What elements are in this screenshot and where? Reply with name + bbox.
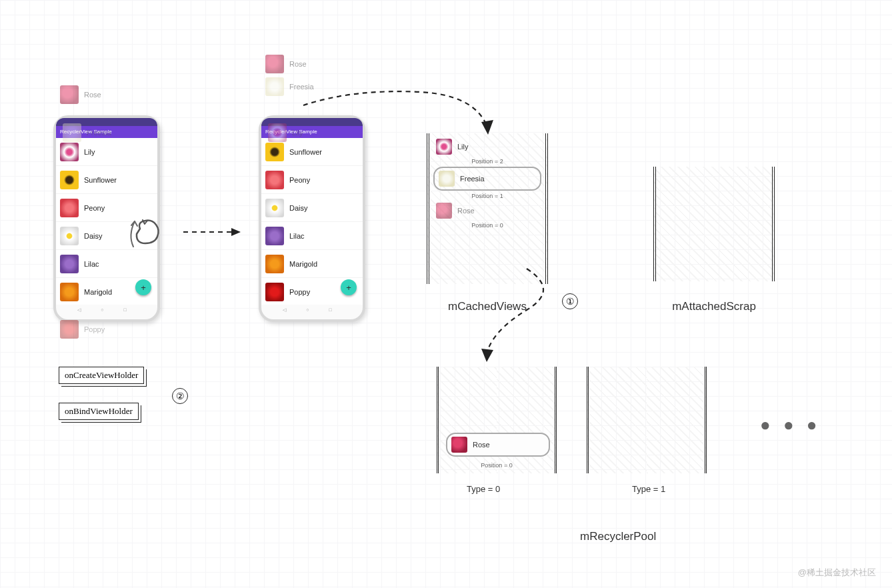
cached-item: Lily (432, 137, 543, 156)
sunflower-icon (60, 171, 79, 189)
cached-label: Freesia (460, 175, 485, 183)
lily-icon (436, 139, 452, 155)
marigold-icon (60, 283, 79, 301)
phone-after: Lily RecyclerView Sample Sunflower Peony… (259, 115, 365, 322)
item-label: Sunflower (84, 176, 117, 184)
list-item[interactable]: Daisy (261, 194, 363, 222)
freesia-icon (63, 123, 81, 142)
lily-icon (268, 123, 287, 142)
item-label: Daisy (289, 204, 308, 212)
list-item[interactable]: Sunflower (56, 166, 157, 194)
cached-item-highlight: Freesia (433, 167, 541, 191)
sunflower-icon (265, 143, 284, 161)
type-0-label: Type = 0 (467, 484, 500, 494)
watermark: @稀土掘金技术社区 (798, 567, 876, 579)
position-label: Position = 0 (432, 222, 543, 229)
plus-icon: + (141, 283, 146, 293)
list-item[interactable]: Lilac (261, 222, 363, 250)
rose-icon (60, 85, 79, 104)
rose-icon (436, 203, 452, 219)
peek-row: Rose (265, 55, 314, 73)
pool-type-0: Rose Position = 0 (437, 367, 557, 473)
plus-icon: + (346, 283, 351, 293)
position-label: Position = 2 (432, 158, 543, 165)
poppy-icon (265, 283, 284, 301)
swipe-gesture-icon (120, 212, 167, 259)
svg-marker-2 (481, 120, 493, 135)
lilac-icon (265, 227, 284, 245)
pool-type-1 (587, 367, 707, 476)
item-label: Peony (84, 204, 105, 212)
item-label: Peony (289, 176, 310, 184)
daisy-icon (265, 199, 284, 217)
item-label: Lily (84, 148, 95, 156)
list-item[interactable]: Lily (56, 138, 157, 166)
peek-row: Poppy (60, 320, 105, 339)
mattachedscrap-label: mAttachedScrap (653, 300, 775, 313)
marigold-icon (265, 255, 284, 273)
rose-icon (451, 437, 467, 453)
peek-row: Rose (60, 85, 101, 104)
mattachedscrap-box (653, 167, 775, 281)
cached-label: Lily (457, 143, 469, 151)
peony-icon (60, 199, 79, 217)
nav-bar: ◁ ○ □ (56, 307, 157, 313)
item-label: Daisy (84, 232, 103, 240)
marker-2: ② (172, 388, 188, 404)
phone1-peek: Rose (60, 85, 101, 108)
peek-label: Poppy (84, 325, 105, 333)
arrow-scroll (183, 225, 243, 239)
onbind-callout: onBindViewHolder (59, 403, 139, 420)
svg-marker-1 (231, 228, 241, 236)
pool-label: Rose (473, 441, 490, 449)
oncreate-callout: onCreateViewHolder (59, 367, 144, 384)
position-label: Position = 0 (437, 462, 557, 469)
item-label: Lilac (289, 232, 305, 240)
arrow-to-pool (460, 263, 573, 363)
lily-icon (60, 143, 79, 161)
nav-bar: ◁ ○ □ (261, 307, 363, 313)
item-label: Poppy (289, 288, 310, 296)
mrecyclerpool-label: mRecyclerPool (580, 530, 656, 543)
peek-row: Lily (268, 123, 303, 142)
peek-row: Freesia (63, 123, 111, 142)
peek-label: Freesia (87, 129, 111, 137)
list-item[interactable]: Peony (261, 166, 363, 194)
daisy-icon (60, 227, 79, 245)
cached-item: Rose (432, 201, 543, 220)
pool-item: Rose (446, 433, 550, 457)
ellipsis-icon: ● ● ● (760, 415, 821, 435)
freesia-icon (265, 77, 284, 96)
list-item[interactable]: Marigold (261, 250, 363, 278)
fab-add-button[interactable]: + (135, 279, 151, 295)
item-label: Lilac (84, 260, 99, 268)
position-label: Position = 1 (432, 193, 543, 199)
item-label: Marigold (84, 288, 112, 296)
cached-label: Rose (457, 207, 475, 215)
item-label: Marigold (289, 260, 317, 268)
poppy-icon (60, 320, 79, 339)
fab-add-button[interactable]: + (341, 279, 357, 295)
peek-label: Rose (289, 60, 307, 68)
freesia-icon (439, 171, 455, 187)
peony-icon (265, 171, 284, 189)
mcachedviews-box: Lily Position = 2 Freesia Position = 1 R… (427, 133, 548, 284)
item-label: Sunflower (289, 148, 322, 156)
svg-marker-3 (481, 349, 493, 362)
peek-label: Rose (84, 91, 101, 99)
type-1-label: Type = 1 (632, 484, 665, 494)
lilac-icon (60, 255, 79, 273)
rose-icon (265, 55, 284, 73)
